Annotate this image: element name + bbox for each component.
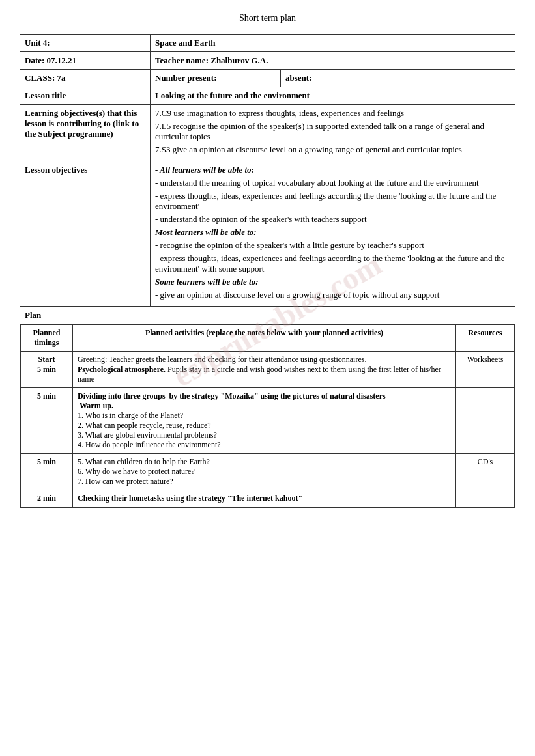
- some-learners-heading: Some learners will be able to:: [155, 277, 510, 287]
- all-learners-heading: - All learners will be able to:: [155, 165, 510, 175]
- lesson-title-value: Looking at the future and the environmen…: [151, 87, 515, 105]
- plan-table-cell: Planned timings Planned activities (repl…: [20, 324, 515, 508]
- col-resources: Resources: [456, 325, 515, 352]
- learning-objectives-row: Learning objectives(s) that this lesson …: [20, 105, 515, 161]
- activity-3: 5. What can children do to help the Eart…: [73, 454, 456, 490]
- plan-row-1: Start 5 min Greeting: Teacher greets the…: [21, 352, 515, 388]
- most-item-2: - express thoughts, ideas, experiences a…: [155, 253, 510, 274]
- page-title: Short term plan: [20, 13, 515, 23]
- plan-row-2: 5 min Dividing into three groups by the …: [21, 388, 515, 454]
- resources-2: [456, 388, 515, 454]
- teacher-label: Teacher name: Zhalburov G.A.: [151, 52, 515, 70]
- lesson-objectives-content: - All learners will be able to: - unders…: [151, 161, 515, 307]
- timing-1: Start 5 min: [21, 352, 73, 388]
- timing-2: 5 min: [21, 388, 73, 454]
- date-row: Date: 07.12.21 Teacher name: Zhalburov G…: [20, 52, 515, 70]
- all-item-3: - understand the opinion of the speaker'…: [155, 214, 510, 225]
- plan-col-headers: Planned timings Planned activities (repl…: [21, 325, 515, 352]
- col-timings: Planned timings: [21, 325, 73, 352]
- activity-1: Greeting: Teacher greets the learners an…: [73, 352, 456, 388]
- most-learners-heading: Most learners will be able to:: [155, 227, 510, 238]
- activity-2: Dividing into three groups by the strate…: [73, 388, 456, 454]
- date-label: Date: 07.12.21: [20, 52, 151, 70]
- number-present-label: Number present:: [151, 70, 281, 87]
- plan-label: Plan: [20, 307, 515, 324]
- resources-1: Worksheets: [456, 352, 515, 388]
- plan-table-row: Planned timings Planned activities (repl…: [20, 324, 515, 508]
- lesson-title-row: Lesson title Looking at the future and t…: [20, 87, 515, 105]
- all-item-2: - express thoughts, ideas, experiences a…: [155, 191, 510, 212]
- lo-item-1: 7.C9 use imagination to express thoughts…: [155, 108, 510, 119]
- lo-item-2: 7.L5 recognise the opinion of the speake…: [155, 121, 510, 142]
- all-item-1: - understand the meaning of topical voca…: [155, 178, 510, 188]
- plan-row-3: 5 min 5. What can children do to help th…: [21, 454, 515, 490]
- unit-value: Space and Earth: [151, 35, 515, 52]
- lesson-objectives-label: Lesson objectives: [20, 161, 151, 307]
- some-item-1: - give an opinion at discourse level on …: [155, 290, 510, 300]
- lo-item-3: 7.S3 give an opinion at discourse level …: [155, 145, 510, 155]
- most-item-1: - recognise the opinion of the speaker's…: [155, 240, 510, 251]
- unit-row: Unit 4: Space and Earth: [20, 35, 515, 52]
- class-label: CLASS: 7a: [20, 70, 151, 87]
- resources-4: [456, 490, 515, 507]
- learning-objectives-label: Learning objectives(s) that this lesson …: [20, 105, 151, 161]
- lesson-objectives-row: Lesson objectives - All learners will be…: [20, 161, 515, 307]
- resources-3: CD's: [456, 454, 515, 490]
- class-row: CLASS: 7a Number present: absent:: [20, 70, 515, 87]
- lesson-title-label: Lesson title: [20, 87, 151, 105]
- timing-4: 2 min: [21, 490, 73, 507]
- col-activities: Planned activities (replace the notes be…: [73, 325, 456, 352]
- main-table: Unit 4: Space and Earth Date: 07.12.21 T…: [20, 34, 515, 508]
- plan-header-row: Plan: [20, 307, 515, 324]
- learning-objectives-content: 7.C9 use imagination to express thoughts…: [151, 105, 515, 161]
- unit-label: Unit 4:: [20, 35, 151, 52]
- absent-label: absent:: [281, 70, 515, 87]
- plan-inner-table: Planned timings Planned activities (repl…: [20, 324, 515, 507]
- plan-row-4: 2 min Checking their hometasks using the…: [21, 490, 515, 507]
- timing-3: 5 min: [21, 454, 73, 490]
- activity-4: Checking their hometasks using the strat…: [73, 490, 456, 507]
